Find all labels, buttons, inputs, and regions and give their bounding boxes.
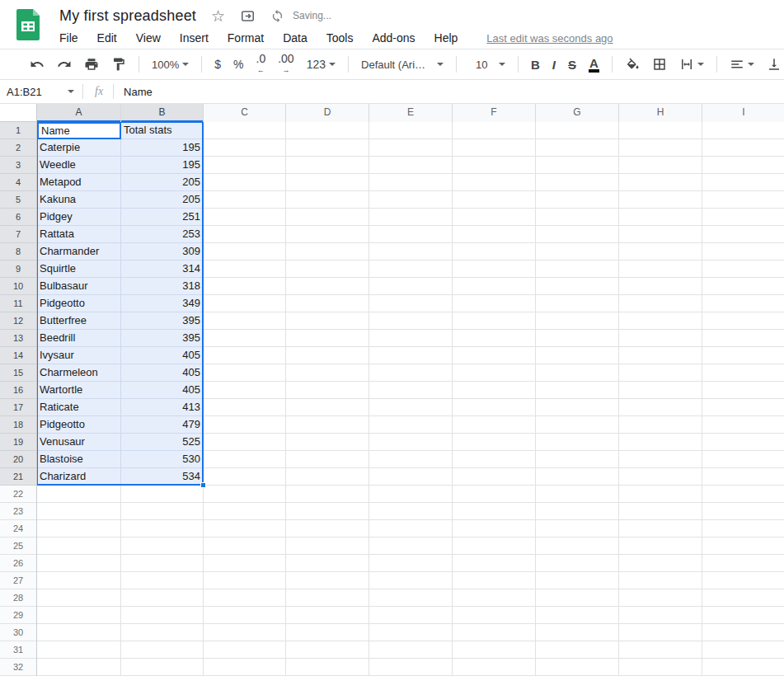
cell-B5[interactable]: 205 [121,191,204,209]
row-header-4[interactable]: 4 [0,174,36,191]
menu-add-ons[interactable]: Add-ons [372,31,415,45]
cell-A11[interactable]: Pidgeotto [37,295,121,312]
cell-B8[interactable]: 309 [121,243,204,261]
cell-A5[interactable]: Kakuna [37,191,121,209]
column-header-E[interactable]: E [369,104,453,122]
bold-button[interactable]: B [531,58,540,72]
cell-A19[interactable]: Venusaur [37,434,121,451]
row-header-8[interactable]: 8 [0,243,36,261]
row-header-30[interactable]: 30 [0,624,36,641]
column-header-D[interactable]: D [286,104,369,122]
vertical-align-button[interactable] [767,57,784,72]
row-header-11[interactable]: 11 [0,295,36,312]
format-percent-button[interactable]: % [233,58,243,71]
cell-B9[interactable]: 314 [121,261,204,278]
menu-view[interactable]: View [136,31,161,45]
cell-B7[interactable]: 253 [121,226,204,243]
cell-B15[interactable]: 405 [121,364,204,382]
select-all-corner[interactable] [0,104,37,122]
cell-B18[interactable]: 479 [121,416,204,434]
fill-handle[interactable] [200,482,206,488]
cell-A15[interactable]: Charmeleon [37,364,121,382]
cell-B1[interactable]: Total stats [121,122,204,139]
row-header-6[interactable]: 6 [0,209,36,226]
cell-A9[interactable]: Squirtle [37,261,121,278]
row-header-22[interactable]: 22 [0,486,36,503]
cell-B16[interactable]: 405 [121,382,204,399]
undo-button[interactable] [30,57,45,72]
strikethrough-button[interactable]: S [568,58,576,72]
row-header-25[interactable]: 25 [0,538,36,555]
cell-A6[interactable]: Pidgey [37,209,121,226]
cell-B6[interactable]: 251 [121,209,204,226]
cell-A13[interactable]: Beedrill [37,330,121,347]
column-header-H[interactable]: H [619,104,702,122]
font-size-select[interactable]: 10 [469,59,505,71]
row-header-17[interactable]: 17 [0,399,36,416]
row-header-14[interactable]: 14 [0,347,36,364]
cell-A18[interactable]: Pidgeotto [37,416,121,434]
cell-B11[interactable]: 349 [121,295,204,312]
cell-A2[interactable]: Caterpie [37,139,121,157]
cell-A3[interactable]: Weedle [37,157,121,174]
cell-A4[interactable]: Metapod [37,174,121,191]
row-header-5[interactable]: 5 [0,191,36,209]
cell-A8[interactable]: Charmander [37,243,121,261]
cells-area[interactable]: NameTotal statsCaterpie195Weedle195Metap… [37,122,784,676]
cell-B12[interactable]: 395 [121,312,204,330]
name-box[interactable]: A1:B21 [0,86,82,98]
cell-A10[interactable]: Bulbasaur [37,278,121,295]
row-header-10[interactable]: 10 [0,278,36,295]
cell-B3[interactable]: 195 [121,157,204,174]
row-header-9[interactable]: 9 [0,261,36,278]
row-header-3[interactable]: 3 [0,157,36,174]
cell-B19[interactable]: 525 [121,434,204,451]
column-header-I[interactable]: I [702,104,784,122]
row-header-28[interactable]: 28 [0,589,36,607]
horizontal-align-button[interactable] [730,57,754,72]
column-header-F[interactable]: F [453,104,536,122]
cell-A1[interactable]: Name [37,122,121,139]
row-header-1[interactable]: 1 [0,122,36,139]
print-button[interactable] [84,57,99,72]
cell-B10[interactable]: 318 [121,278,204,295]
menu-format[interactable]: Format [228,31,264,45]
row-header-24[interactable]: 24 [0,520,36,538]
cell-A16[interactable]: Wartortle [37,382,121,399]
cell-A7[interactable]: Rattata [37,226,121,243]
row-header-20[interactable]: 20 [0,451,36,468]
increase-decimal-button[interactable]: .00 → [278,54,293,74]
row-header-12[interactable]: 12 [0,312,36,330]
row-header-21[interactable]: 21 [0,468,36,486]
row-header-2[interactable]: 2 [0,139,36,157]
cell-B2[interactable]: 195 [121,139,204,157]
sheets-logo[interactable] [16,9,40,40]
cell-B13[interactable]: 395 [121,330,204,347]
cell-B4[interactable]: 205 [121,174,204,191]
zoom-select[interactable]: 100% [152,59,189,71]
formula-input[interactable]: Name [124,86,153,98]
row-header-19[interactable]: 19 [0,434,36,451]
redo-button[interactable] [57,57,72,72]
format-currency-button[interactable]: $ [214,58,221,71]
cell-B17[interactable]: 413 [121,399,204,416]
paint-format-button[interactable] [111,57,126,72]
text-color-button[interactable]: A [589,57,599,73]
cell-A20[interactable]: Blastoise [37,451,121,468]
row-header-31[interactable]: 31 [0,641,36,659]
row-header-16[interactable]: 16 [0,382,36,399]
menu-tools[interactable]: Tools [326,31,354,45]
row-header-27[interactable]: 27 [0,572,36,589]
column-header-G[interactable]: G [536,104,619,122]
column-header-C[interactable]: C [204,104,286,122]
last-edit-link[interactable]: Last edit was seconds ago [486,32,613,45]
row-header-7[interactable]: 7 [0,226,36,243]
column-header-A[interactable]: A [37,104,121,122]
menu-help[interactable]: Help [434,31,458,45]
menu-file[interactable]: File [59,31,78,45]
menu-insert[interactable]: Insert [180,31,209,45]
menu-edit[interactable]: Edit [97,31,117,45]
row-header-29[interactable]: 29 [0,607,36,624]
cell-A14[interactable]: Ivysaur [37,347,121,364]
borders-button[interactable] [652,57,667,72]
